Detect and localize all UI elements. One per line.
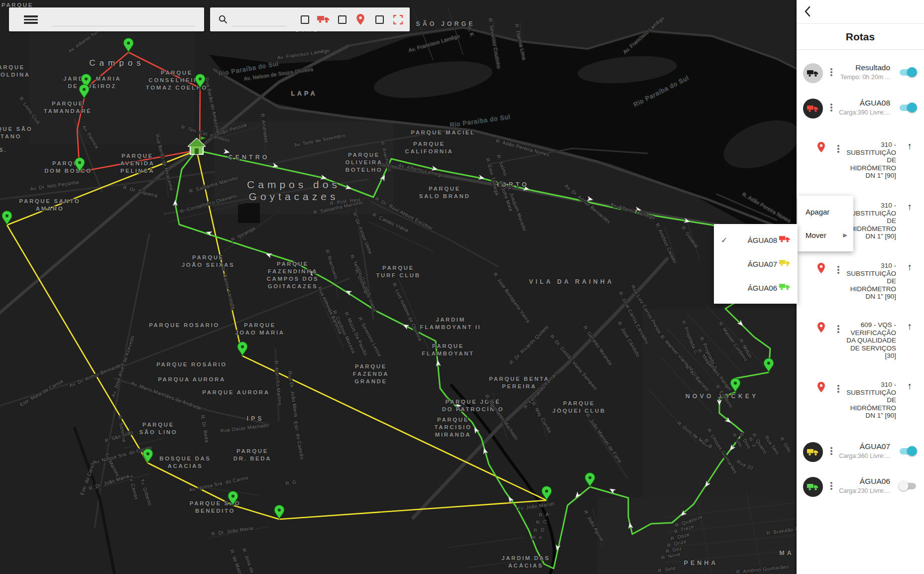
sidebar-stop-row[interactable]: 310 -SUBSTITUIÇÃODEHIDRÔMETRODN 1” [90] … — [797, 381, 924, 427]
move-up-arrow[interactable]: ↑ — [908, 141, 913, 151]
sidebar-stop-row[interactable]: 310 -SUBSTITUIÇÃODEHIDRÔMETRODN 1” [90] … — [797, 262, 924, 308]
vehicle-avatar — [803, 477, 823, 497]
trucks-checkbox[interactable] — [299, 7, 310, 31]
svg-text:JARDIM DAS: JARDIM DAS — [501, 555, 550, 561]
sidebar-stop-row[interactable]: 609 - VQS -VERIFICAÇÃODA QUALIDADEDE SER… — [797, 321, 924, 367]
stop-description: 310 -SUBSTITUIÇÃODEHIDRÔMETRODN 1” [90] — [821, 141, 896, 180]
move-up-arrow[interactable]: ↑ — [908, 202, 913, 212]
menu-input[interactable] — [52, 11, 195, 26]
submenu-item-água06[interactable]: ÁGUA06 — [714, 276, 798, 300]
svg-text:PARQUE: PARQUE — [192, 254, 224, 260]
context-menu: Apagar Mover ▶ — [798, 196, 853, 251]
svg-text:PARQUE: PARQUE — [563, 400, 595, 406]
svg-text:PARQUE: PARQUE — [432, 343, 464, 349]
svg-text:CAMPOS DOS: CAMPOS DOS — [267, 276, 319, 282]
sidebar-stop-row[interactable]: 310 -SUBSTITUIÇÃODEHIDRÔMETRODN 1” [90] … — [797, 141, 924, 187]
svg-text:FLAMBOYANT: FLAMBOYANT — [422, 350, 474, 356]
svg-text:PARQUE: PARQUE — [244, 322, 276, 328]
svg-text:AMARO: AMARO — [36, 206, 64, 212]
vehicle-title: ÁGUA08 — [839, 99, 890, 108]
svg-text:DE QUEIROZ: DE QUEIROZ — [68, 83, 116, 89]
submenu-arrow-icon: ▶ — [843, 232, 847, 238]
vehicle-visibility-toggle[interactable] — [899, 446, 917, 456]
fullscreen-icon[interactable] — [392, 7, 403, 31]
context-menu-item-mover[interactable]: Mover ▶ — [798, 224, 853, 247]
vehicle-subtitle: Carga:360 Livre:... — [839, 453, 890, 459]
submenu-item-label: ÁGUA08 — [734, 236, 777, 244]
sidebar-title: Rotas — [797, 24, 924, 50]
submenu-item-água07[interactable]: ÁGUA07 — [714, 252, 798, 276]
vehicle-subtitle: Carga:390 Livre:... — [839, 109, 890, 116]
svg-text:JOÃO SEIXAS: JOÃO SEIXAS — [182, 262, 235, 268]
vehicle-avatar — [803, 99, 823, 118]
svg-text:LAPA: LAPA — [291, 90, 317, 97]
kebab-menu-icon[interactable] — [830, 104, 832, 113]
stop-description: 310 -SUBSTITUIÇÃODEHIDRÔMETRODN 1” [90] — [821, 262, 896, 301]
svg-text:MIRANDA: MIRANDA — [435, 432, 471, 438]
vehicle-visibility-toggle[interactable] — [899, 103, 917, 113]
truck-icon — [317, 7, 331, 31]
svg-text:PARQUE: PARQUE — [236, 448, 268, 454]
sidebar-vehicle-row-água06[interactable]: ÁGUA06 Carga:230 Livre:... — [797, 476, 924, 504]
submenu-item-label: ÁGUA06 — [734, 284, 777, 292]
svg-text:FAZENDINHA: FAZENDINHA — [268, 268, 318, 274]
svg-text:DR. BEDA: DR. BEDA — [233, 456, 271, 461]
svg-text:FAZENDA: FAZENDA — [353, 371, 389, 377]
svg-text:PARQUE MACIEL: PARQUE MACIEL — [411, 129, 475, 135]
sidebar-vehicle-row-água08[interactable]: ÁGUA08 Carga:390 Livre:... — [797, 98, 924, 125]
svg-text:PARQUE: PARQUE — [52, 101, 84, 107]
routes-sidebar: Rotas Resultado Tempo: 0h 20m ... ÁGUA08… — [797, 0, 924, 574]
svg-text:BOSQUE DAS: BOSQUE DAS — [159, 456, 211, 461]
sidebar-top-bar — [797, 0, 924, 24]
truck-icon — [778, 283, 791, 293]
svg-text:GRANDE: GRANDE — [354, 378, 387, 384]
pins-checkbox[interactable] — [337, 7, 347, 31]
svg-text:ACÁCIAS: ACÁCIAS — [508, 563, 544, 569]
context-menu-item-apagar[interactable]: Apagar — [798, 200, 853, 224]
svg-text:PARQUE: PARQUE — [437, 417, 469, 423]
svg-text:PARQUE: PARQUE — [121, 153, 153, 159]
submenu-item-água08[interactable]: ✓ ÁGUA08 — [714, 228, 798, 252]
vehicle-text: ÁGUA06 Carga:230 Livre:... — [839, 477, 890, 494]
hamburger-icon[interactable] — [24, 15, 38, 24]
stop-description: 609 - VQS -VERIFICAÇÃODA QUALIDADEDE SER… — [821, 321, 896, 360]
svg-text:PARQUE: PARQUE — [382, 265, 414, 271]
vehicle-text: Resultado Tempo: 0h 20m ... — [840, 63, 890, 81]
kebab-menu-icon[interactable] — [830, 68, 832, 78]
svg-text:JÓQUEI CLUB: JÓQUEI CLUB — [552, 408, 605, 414]
vehicle-subtitle: Tempo: 0h 20m ... — [840, 74, 890, 81]
checkmark-icon: ✓ — [721, 235, 734, 245]
svg-text:MA: MA — [779, 550, 794, 557]
svg-text:BENEDITO: BENEDITO — [195, 508, 235, 514]
sidebar-item-list: Resultado Tempo: 0h 20m ... ÁGUA08 Carga… — [797, 50, 924, 574]
search-icon[interactable] — [217, 7, 229, 31]
move-up-arrow[interactable]: ↑ — [908, 322, 913, 331]
sidebar-vehicle-row-resultado[interactable]: Resultado Tempo: 0h 20m ... — [797, 62, 924, 90]
kebab-menu-icon[interactable] — [830, 482, 832, 491]
sidebar-vehicle-row-água07[interactable]: ÁGUA07 Carga:360 Livre:... — [797, 441, 924, 469]
svg-text:PARQUE AURORA: PARQUE AURORA — [202, 389, 269, 395]
svg-text:GOITACAZES: GOITACAZES — [268, 283, 318, 289]
fullscreen-checkbox[interactable] — [374, 7, 385, 31]
svg-text:TAMANDARÉ: TAMANDARÉ — [44, 108, 92, 114]
vehicle-visibility-toggle[interactable] — [899, 67, 917, 77]
kebab-menu-icon[interactable] — [830, 447, 832, 457]
svg-text:R. A: R. A — [539, 511, 549, 518]
move-up-arrow[interactable]: ↑ — [908, 381, 913, 391]
svg-text:PARQUE ROSARIO: PARQUE ROSARIO — [149, 322, 220, 328]
vehicle-visibility-toggle[interactable] — [899, 481, 917, 491]
vehicle-title: ÁGUA07 — [839, 442, 890, 451]
svg-text:SÃO JORGE: SÃO JORGE — [416, 20, 475, 27]
svg-text:PARQUE: PARQUE — [429, 186, 461, 192]
search-input[interactable] — [231, 11, 286, 26]
svg-text:PARQUE: PARQUE — [277, 261, 309, 267]
chevron-left-icon[interactable] — [803, 5, 813, 18]
menu-input-underline — [52, 26, 195, 26]
svg-text:R. e: R. e — [532, 534, 542, 541]
move-up-arrow[interactable]: ↑ — [908, 262, 913, 272]
svg-text:LEOPOLDINA: LEOPOLDINA — [0, 72, 30, 78]
svg-text:CALIFORNIA: CALIFORNIA — [405, 148, 454, 154]
truck-icon — [778, 259, 791, 269]
layers-toolbar — [210, 7, 410, 31]
svg-text:CAETANO: CAETANO — [0, 133, 21, 139]
